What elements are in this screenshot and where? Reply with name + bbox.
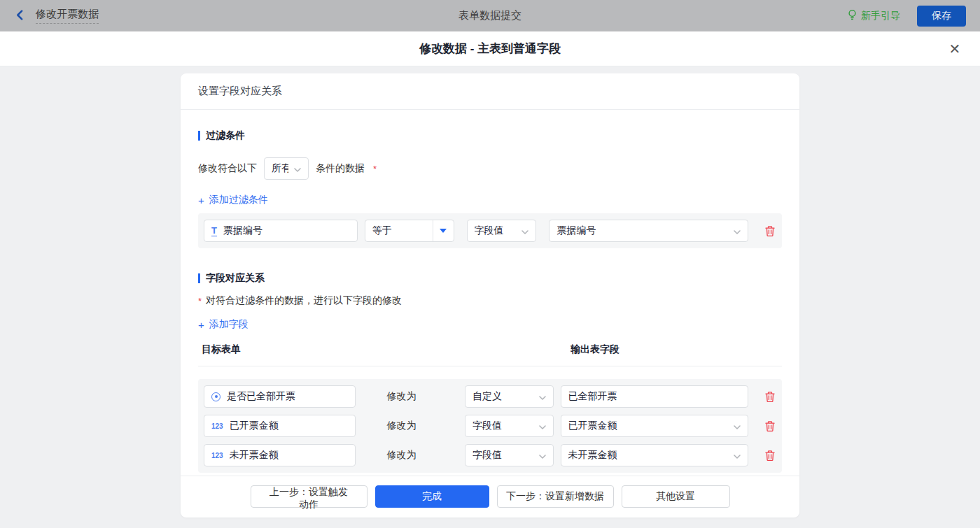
close-icon[interactable]: ✕: [945, 39, 965, 59]
column-output-field: 输出表字段: [570, 343, 620, 356]
modify-mode-select[interactable]: 字段值: [465, 415, 554, 437]
number-field-icon: 123: [211, 452, 223, 459]
filter-value-field-select[interactable]: 票据编号: [549, 220, 748, 242]
modify-to-label: 修改为: [356, 390, 465, 403]
operator-caret-zone[interactable]: [433, 220, 454, 241]
delete-filter-icon[interactable]: [764, 224, 776, 237]
topbar-center-title: 表单数据提交: [0, 9, 980, 22]
mapping-description: * 对符合过滤条件的数据，进行以下字段的修改: [198, 294, 782, 307]
output-field-select[interactable]: 未开票金额: [561, 444, 749, 466]
match-mode-select[interactable]: 所有: [264, 157, 309, 180]
save-button[interactable]: 保存: [917, 6, 966, 27]
chevron-down-icon: [734, 420, 741, 431]
filter-section-title: 过滤条件: [198, 129, 782, 142]
back-button[interactable]: [14, 9, 26, 23]
chevron-down-icon: [539, 391, 546, 402]
section-bar: [198, 131, 200, 141]
required-mark: *: [373, 164, 377, 174]
lightbulb-icon: [847, 9, 858, 22]
sentence-suffix: 条件的数据: [316, 162, 365, 175]
delete-row-icon[interactable]: [764, 449, 776, 462]
custom-value-input-wrap: [561, 385, 749, 408]
topbar: 表单数据提交 修改开票数据 新手引导 保存: [0, 0, 980, 31]
chevron-down-icon: [734, 225, 741, 236]
prev-step-button[interactable]: 上一步：设置触发动作: [251, 485, 368, 508]
beginner-guide-link[interactable]: 新手引导: [847, 9, 900, 22]
modal-title: 修改数据 - 主表到普通字段: [419, 41, 561, 57]
beginner-guide-label: 新手引导: [861, 10, 900, 22]
filter-value-type-select[interactable]: 字段值: [467, 220, 537, 242]
mapping-columns-header: 目标表单 输出表字段: [198, 343, 782, 356]
next-step-button[interactable]: 下一步：设置新增数据: [497, 485, 614, 508]
target-field[interactable]: 123 已开票金额: [204, 415, 356, 437]
radio-field-icon: [211, 392, 220, 401]
chevron-down-icon: [734, 450, 741, 461]
modify-to-label: 修改为: [356, 449, 465, 462]
triangle-down-icon: [440, 229, 447, 233]
add-field-link[interactable]: + 添加字段: [198, 318, 248, 331]
custom-value-input[interactable]: [568, 391, 741, 402]
modify-to-label: 修改为: [356, 420, 465, 432]
delete-row-icon[interactable]: [764, 420, 776, 432]
filter-field[interactable]: T 票据编号: [204, 220, 358, 242]
text-field-icon: T: [211, 226, 217, 236]
target-field[interactable]: 123 未开票金额: [204, 444, 356, 466]
mapping-section-title: 字段对应关系: [198, 272, 782, 285]
add-filter-condition-link[interactable]: + 添加过滤条件: [198, 194, 268, 206]
chevron-down-icon: [294, 163, 301, 174]
modal-header: 修改数据 - 主表到普通字段 ✕: [0, 31, 980, 66]
required-mark: *: [198, 296, 202, 306]
back-chevron-icon: [14, 9, 26, 23]
plus-icon: +: [198, 195, 204, 206]
delete-row-icon[interactable]: [764, 390, 776, 403]
mapping-row: 123 未开票金额 修改为 字段值 未开票金额: [204, 444, 776, 466]
other-settings-button[interactable]: 其他设置: [622, 485, 730, 508]
flow-name[interactable]: 修改开票数据: [36, 8, 99, 24]
modify-mode-select[interactable]: 字段值: [465, 444, 554, 466]
done-button[interactable]: 完成: [375, 485, 489, 508]
divider: [198, 366, 782, 366]
mapping-rows-container: 是否已全部开票 修改为 自定义: [198, 379, 782, 473]
output-field-select[interactable]: 已开票金额: [561, 415, 749, 437]
chevron-down-icon: [539, 420, 546, 431]
card-footer: 上一步：设置触发动作 完成 下一步：设置新增数据 其他设置: [181, 476, 799, 518]
number-field-icon: 123: [211, 422, 223, 430]
target-field[interactable]: 是否已全部开票: [204, 385, 356, 408]
mapping-row: 是否已全部开票 修改为 自定义: [204, 385, 776, 408]
plus-icon: +: [198, 320, 204, 330]
settings-card: 设置字段对应关系 过滤条件 修改符合以下 所有 条件的数据 * + 添加过滤条件…: [181, 73, 799, 518]
section-bar: [198, 273, 200, 283]
modify-mode-select[interactable]: 自定义: [465, 385, 554, 408]
sentence-prefix: 修改符合以下: [198, 162, 257, 175]
card-title: 设置字段对应关系: [181, 73, 799, 110]
chevron-down-icon: [522, 225, 528, 236]
column-target-form: 目标表单: [202, 343, 570, 356]
filter-condition-row: T 票据编号 等于 字段值 票据编号: [198, 213, 782, 248]
filter-operator-select[interactable]: 等于: [365, 220, 454, 242]
mapping-row: 123 已开票金额 修改为 字段值 已开票金额: [204, 415, 776, 437]
chevron-down-icon: [539, 450, 546, 461]
filter-sentence: 修改符合以下 所有 条件的数据 *: [198, 157, 782, 180]
